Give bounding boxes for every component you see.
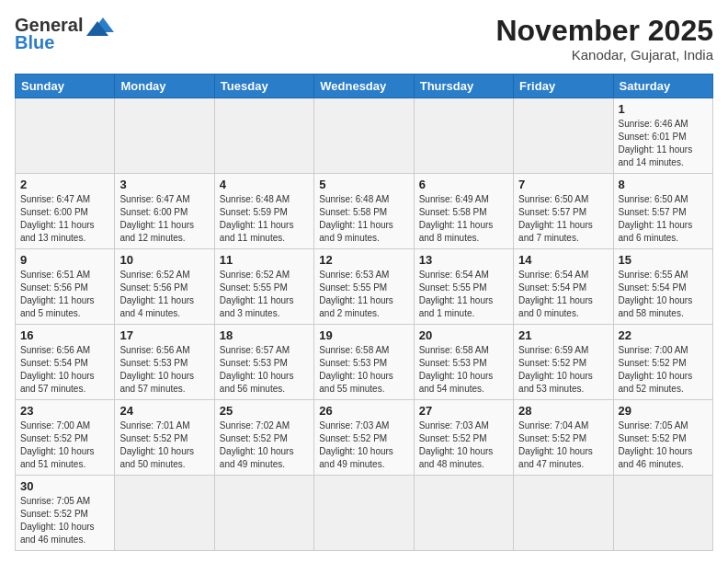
day-number: 4 [220, 178, 309, 191]
day-cell [314, 98, 414, 174]
day-info: Sunrise: 6:52 AM Sunset: 5:56 PM Dayligh… [119, 269, 209, 320]
day-info: Sunrise: 6:59 AM Sunset: 5:52 PM Dayligh… [518, 344, 608, 396]
day-cell: 21Sunrise: 6:59 AM Sunset: 5:52 PM Dayli… [514, 325, 613, 400]
day-info: Sunrise: 6:54 AM Sunset: 5:54 PM Dayligh… [518, 269, 608, 320]
week-row-2: 9Sunrise: 6:51 AM Sunset: 5:56 PM Daylig… [16, 249, 713, 325]
day-number: 6 [419, 178, 508, 191]
day-cell [214, 476, 313, 551]
day-info: Sunrise: 6:48 AM Sunset: 5:58 PM Dayligh… [319, 193, 408, 245]
day-cell: 18Sunrise: 6:57 AM Sunset: 5:53 PM Dayli… [214, 325, 313, 400]
day-info: Sunrise: 6:47 AM Sunset: 6:00 PM Dayligh… [119, 193, 209, 245]
day-number: 29 [619, 404, 708, 418]
day-cell: 16Sunrise: 6:56 AM Sunset: 5:54 PM Dayli… [16, 325, 115, 400]
week-row-3: 16Sunrise: 6:56 AM Sunset: 5:54 PM Dayli… [16, 325, 713, 400]
logo-blue-text: Blue [15, 32, 54, 53]
logo-blue-icon [86, 16, 119, 36]
day-number: 15 [619, 253, 708, 267]
day-number: 5 [319, 178, 408, 191]
day-number: 11 [220, 253, 309, 267]
day-cell [16, 98, 115, 174]
day-number: 13 [419, 253, 508, 267]
day-cell: 11Sunrise: 6:52 AM Sunset: 5:55 PM Dayli… [214, 249, 313, 325]
location-subtitle: Kanodar, Gujarat, India [495, 47, 713, 63]
day-info: Sunrise: 7:05 AM Sunset: 5:52 PM Dayligh… [619, 419, 708, 471]
day-cell [115, 98, 214, 174]
day-header-friday: Friday [514, 75, 613, 98]
page-header: General Blue November 2025 Kanodar, Guja… [15, 15, 713, 63]
day-cell [414, 98, 513, 174]
day-cell: 1Sunrise: 6:46 AM Sunset: 6:01 PM Daylig… [613, 98, 712, 174]
day-info: Sunrise: 6:58 AM Sunset: 5:53 PM Dayligh… [419, 344, 508, 396]
day-header-monday: Monday [115, 75, 214, 98]
day-cell [613, 476, 712, 551]
day-number: 14 [518, 253, 608, 267]
day-header-sunday: Sunday [16, 75, 115, 98]
day-number: 23 [20, 404, 109, 418]
day-number: 16 [20, 328, 109, 342]
day-cell [514, 476, 613, 551]
day-info: Sunrise: 7:03 AM Sunset: 5:52 PM Dayligh… [319, 419, 408, 471]
title-block: November 2025 Kanodar, Gujarat, India [495, 15, 713, 63]
day-info: Sunrise: 6:50 AM Sunset: 5:57 PM Dayligh… [619, 193, 708, 245]
day-number: 30 [20, 479, 109, 493]
day-cell: 22Sunrise: 7:00 AM Sunset: 5:52 PM Dayli… [613, 325, 712, 400]
day-info: Sunrise: 6:49 AM Sunset: 5:58 PM Dayligh… [419, 193, 508, 245]
day-cell: 27Sunrise: 7:03 AM Sunset: 5:52 PM Dayli… [414, 400, 513, 476]
day-info: Sunrise: 6:58 AM Sunset: 5:53 PM Dayligh… [319, 344, 408, 396]
day-number: 8 [619, 178, 708, 191]
day-number: 9 [20, 253, 109, 267]
day-cell: 13Sunrise: 6:54 AM Sunset: 5:55 PM Dayli… [414, 249, 513, 325]
day-info: Sunrise: 7:00 AM Sunset: 5:52 PM Dayligh… [20, 419, 109, 471]
day-cell: 7Sunrise: 6:50 AM Sunset: 5:57 PM Daylig… [514, 174, 613, 249]
day-number: 26 [319, 404, 408, 418]
day-info: Sunrise: 6:53 AM Sunset: 5:55 PM Dayligh… [319, 269, 408, 320]
day-number: 24 [119, 404, 209, 418]
week-row-4: 23Sunrise: 7:00 AM Sunset: 5:52 PM Dayli… [16, 400, 713, 476]
day-info: Sunrise: 7:01 AM Sunset: 5:52 PM Dayligh… [119, 419, 209, 471]
day-cell: 23Sunrise: 7:00 AM Sunset: 5:52 PM Dayli… [16, 400, 115, 476]
day-header-wednesday: Wednesday [314, 75, 414, 98]
day-cell: 29Sunrise: 7:05 AM Sunset: 5:52 PM Dayli… [613, 400, 712, 476]
day-info: Sunrise: 7:00 AM Sunset: 5:52 PM Dayligh… [619, 344, 708, 396]
week-row-0: 1Sunrise: 6:46 AM Sunset: 6:01 PM Daylig… [16, 98, 713, 174]
day-cell [214, 98, 313, 174]
day-cell [115, 476, 214, 551]
day-number: 18 [220, 328, 309, 342]
day-cell: 10Sunrise: 6:52 AM Sunset: 5:56 PM Dayli… [115, 249, 214, 325]
day-info: Sunrise: 6:46 AM Sunset: 6:01 PM Dayligh… [619, 118, 708, 169]
day-info: Sunrise: 7:04 AM Sunset: 5:52 PM Dayligh… [518, 419, 608, 471]
day-info: Sunrise: 7:03 AM Sunset: 5:52 PM Dayligh… [419, 419, 508, 471]
day-number: 25 [220, 404, 309, 418]
day-cell [514, 98, 613, 174]
day-info: Sunrise: 6:52 AM Sunset: 5:55 PM Dayligh… [220, 269, 309, 320]
day-info: Sunrise: 6:51 AM Sunset: 5:56 PM Dayligh… [20, 269, 109, 320]
day-number: 12 [319, 253, 408, 267]
day-cell: 9Sunrise: 6:51 AM Sunset: 5:56 PM Daylig… [16, 249, 115, 325]
day-cell: 15Sunrise: 6:55 AM Sunset: 5:54 PM Dayli… [613, 249, 712, 325]
day-info: Sunrise: 6:56 AM Sunset: 5:54 PM Dayligh… [20, 344, 109, 396]
day-header-thursday: Thursday [414, 75, 513, 98]
day-info: Sunrise: 6:48 AM Sunset: 5:59 PM Dayligh… [220, 193, 309, 245]
day-cell: 2Sunrise: 6:47 AM Sunset: 6:00 PM Daylig… [16, 174, 115, 249]
day-info: Sunrise: 6:57 AM Sunset: 5:53 PM Dayligh… [220, 344, 309, 396]
day-number: 7 [518, 178, 608, 191]
day-cell: 30Sunrise: 7:05 AM Sunset: 5:52 PM Dayli… [16, 476, 115, 551]
day-cell: 14Sunrise: 6:54 AM Sunset: 5:54 PM Dayli… [514, 249, 613, 325]
day-number: 2 [20, 178, 109, 191]
day-cell [314, 476, 414, 551]
day-header-saturday: Saturday [613, 75, 712, 98]
day-info: Sunrise: 6:50 AM Sunset: 5:57 PM Dayligh… [518, 193, 608, 245]
day-cell: 28Sunrise: 7:04 AM Sunset: 5:52 PM Dayli… [514, 400, 613, 476]
day-number: 19 [319, 328, 408, 342]
day-cell: 6Sunrise: 6:49 AM Sunset: 5:58 PM Daylig… [414, 174, 513, 249]
day-cell: 4Sunrise: 6:48 AM Sunset: 5:59 PM Daylig… [214, 174, 313, 249]
week-row-5: 30Sunrise: 7:05 AM Sunset: 5:52 PM Dayli… [16, 476, 713, 551]
calendar-header-row: SundayMondayTuesdayWednesdayThursdayFrid… [16, 75, 713, 98]
day-number: 1 [619, 102, 708, 116]
day-cell: 20Sunrise: 6:58 AM Sunset: 5:53 PM Dayli… [414, 325, 513, 400]
day-number: 10 [119, 253, 209, 267]
day-cell: 17Sunrise: 6:56 AM Sunset: 5:53 PM Dayli… [115, 325, 214, 400]
day-number: 27 [419, 404, 508, 418]
day-number: 20 [419, 328, 508, 342]
day-number: 28 [518, 404, 608, 418]
